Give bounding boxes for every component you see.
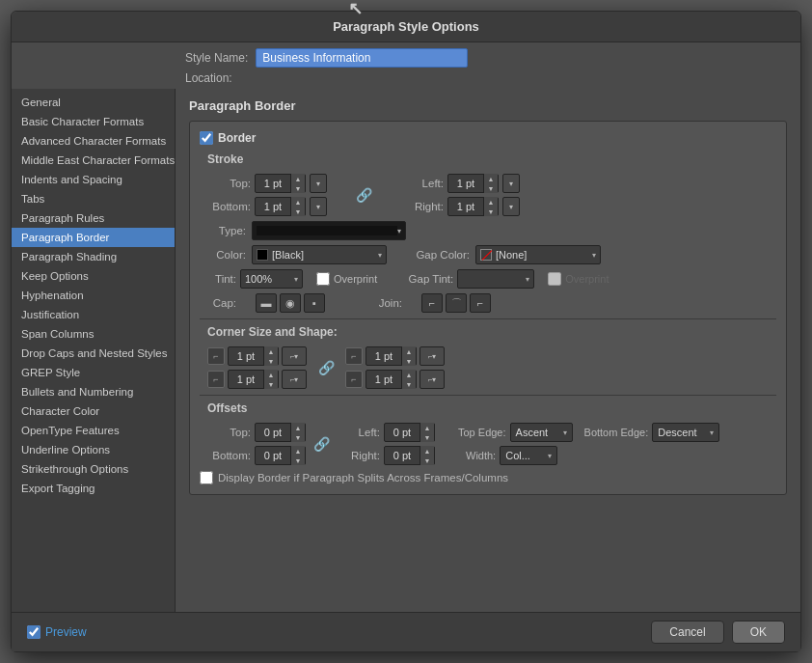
- offset-right-input[interactable]: [385, 450, 420, 461]
- sidebar-item-para-border[interactable]: Paragraph Border: [12, 228, 175, 247]
- bottom-edge-dropdown[interactable]: Descent ▾: [652, 423, 719, 442]
- border-checkbox[interactable]: [200, 131, 213, 145]
- bottom-value-input[interactable]: [256, 201, 290, 212]
- left-value-input[interactable]: [448, 178, 483, 189]
- offset-top-spinner[interactable]: ▲ ▼: [255, 423, 306, 442]
- corner-br-down[interactable]: ▼: [402, 379, 416, 389]
- corner-tl-up[interactable]: ▲: [264, 346, 278, 356]
- corner-bl-dd[interactable]: ⌐▾: [282, 370, 307, 389]
- left-down-btn[interactable]: ▼: [484, 183, 498, 193]
- tint-dropdown[interactable]: 100% ▾: [240, 269, 303, 289]
- gap-tint-dropdown[interactable]: ▾: [457, 269, 534, 289]
- offset-left-input[interactable]: [385, 427, 420, 438]
- join-bevel-btn[interactable]: ⌐: [470, 293, 491, 313]
- color-dropdown[interactable]: [Black] ▾: [252, 245, 387, 264]
- left-dd[interactable]: ▾: [502, 174, 520, 193]
- gap-color-dropdown[interactable]: [None] ▾: [475, 245, 601, 264]
- right-up-btn[interactable]: ▲: [484, 197, 498, 207]
- sidebar-item-para-rules[interactable]: Paragraph Rules: [12, 208, 175, 228]
- top-down-btn[interactable]: ▼: [291, 183, 305, 193]
- left-up-btn[interactable]: ▲: [484, 174, 498, 183]
- sidebar-item-drop-caps[interactable]: Drop Caps and Nested Styles: [12, 344, 175, 363]
- sidebar-item-para-shading[interactable]: Paragraph Shading: [12, 247, 175, 266]
- right-dd[interactable]: ▾: [502, 197, 520, 216]
- sidebar-item-char-color[interactable]: Character Color: [12, 401, 175, 421]
- offset-left-down[interactable]: ▼: [420, 432, 434, 442]
- offset-right-down[interactable]: ▼: [420, 456, 434, 465]
- preview-checkbox[interactable]: [27, 625, 41, 639]
- style-name-input[interactable]: [256, 48, 468, 68]
- offset-bottom-spinner[interactable]: ▲ ▼: [255, 446, 306, 465]
- right-spinner[interactable]: ▲ ▼: [447, 197, 499, 216]
- corner-tr-spinner[interactable]: ▲ ▼: [365, 346, 417, 366]
- corner-br-input[interactable]: [366, 373, 401, 385]
- ok-button[interactable]: OK: [732, 621, 785, 644]
- bottom-spinner[interactable]: ▲ ▼: [255, 197, 306, 216]
- sidebar-item-justification[interactable]: Justification: [12, 305, 175, 324]
- top-up-btn[interactable]: ▲: [291, 174, 305, 183]
- sidebar-item-middle-east[interactable]: Middle East Character Formats: [12, 151, 175, 170]
- join-miter-btn[interactable]: ⌐: [421, 293, 443, 313]
- corner-tl-input[interactable]: [229, 350, 263, 362]
- offset-bottom-input[interactable]: [256, 450, 290, 461]
- offset-top-up[interactable]: ▲: [291, 423, 305, 432]
- offset-bottom-up[interactable]: ▲: [291, 446, 305, 456]
- sidebar-item-general[interactable]: General: [12, 93, 175, 112]
- cap-square-btn[interactable]: ▪: [304, 293, 325, 313]
- corner-tr-down[interactable]: ▼: [402, 356, 416, 366]
- top-dd[interactable]: ▾: [310, 174, 327, 193]
- cap-round-btn[interactable]: ◉: [280, 293, 301, 313]
- top-edge-dropdown[interactable]: Ascent ▾: [510, 423, 573, 442]
- corner-tr-input[interactable]: [366, 350, 401, 362]
- cancel-button[interactable]: Cancel: [651, 621, 723, 644]
- offset-right-spinner[interactable]: ▲ ▼: [384, 446, 435, 465]
- sidebar-item-bullets[interactable]: Bullets and Numbering: [12, 382, 175, 401]
- sidebar-item-export-tag[interactable]: Export Tagging: [12, 479, 175, 498]
- offset-top-down[interactable]: ▼: [291, 432, 305, 442]
- type-dropdown[interactable]: ▾: [252, 221, 406, 240]
- overprint-checkbox[interactable]: [316, 272, 330, 286]
- offset-left-label: Left:: [337, 427, 380, 438]
- border-checkbox-label[interactable]: Border: [200, 131, 256, 145]
- left-spinner[interactable]: ▲ ▼: [447, 174, 499, 193]
- offset-bottom-down[interactable]: ▼: [291, 456, 305, 465]
- sidebar-item-span-columns[interactable]: Span Columns: [12, 324, 175, 344]
- offset-left-up[interactable]: ▲: [420, 423, 434, 432]
- display-border-checkbox[interactable]: [200, 471, 213, 484]
- sidebar-item-indents[interactable]: Indents and Spacing: [12, 170, 175, 189]
- corner-bl-input[interactable]: [229, 373, 263, 385]
- sidebar-item-strikethrough[interactable]: Strikethrough Options: [12, 459, 175, 479]
- sidebar-item-basic-char[interactable]: Basic Character Formats: [12, 112, 175, 131]
- corner-br-dd[interactable]: ⌐▾: [420, 370, 445, 389]
- corner-br-up[interactable]: ▲: [402, 370, 416, 379]
- corner-br-spinner[interactable]: ▲ ▼: [365, 370, 417, 389]
- corner-bl-down[interactable]: ▼: [264, 379, 278, 389]
- sidebar-item-underline[interactable]: Underline Options: [12, 440, 175, 459]
- corner-tr-dd[interactable]: ⌐▾: [420, 346, 445, 366]
- right-down-btn[interactable]: ▼: [484, 207, 498, 216]
- sidebar-item-tabs[interactable]: Tabs: [12, 189, 175, 208]
- top-value-input[interactable]: [256, 178, 290, 189]
- offset-top-input[interactable]: [256, 427, 290, 438]
- width-dropdown[interactable]: Col... ▾: [500, 446, 557, 465]
- bottom-down-btn[interactable]: ▼: [291, 207, 305, 216]
- corner-tl-dd[interactable]: ⌐▾: [282, 346, 307, 366]
- corner-tl-down[interactable]: ▼: [264, 356, 278, 366]
- sidebar-item-advanced-char[interactable]: Advanced Character Formats: [12, 131, 175, 151]
- corner-bl-spinner[interactable]: ▲ ▼: [228, 370, 279, 389]
- right-value-input[interactable]: [448, 201, 483, 212]
- sidebar-item-hyphenation[interactable]: Hyphenation: [12, 286, 175, 305]
- bottom-up-btn[interactable]: ▲: [291, 197, 305, 207]
- corner-tl-spinner[interactable]: ▲ ▼: [228, 346, 279, 366]
- sidebar-item-grep[interactable]: GREP Style: [12, 363, 175, 382]
- sidebar-item-opentype[interactable]: OpenType Features: [12, 421, 175, 440]
- cap-butt-btn[interactable]: ▬: [256, 293, 277, 313]
- sidebar-item-keep-options[interactable]: Keep Options: [12, 266, 175, 286]
- top-spinner[interactable]: ▲ ▼: [255, 174, 306, 193]
- corner-tr-up[interactable]: ▲: [402, 346, 416, 356]
- offset-left-spinner[interactable]: ▲ ▼: [384, 423, 435, 442]
- bottom-dd[interactable]: ▾: [310, 197, 327, 216]
- offset-right-up[interactable]: ▲: [420, 446, 434, 456]
- corner-bl-up[interactable]: ▲: [264, 370, 278, 379]
- join-round-btn[interactable]: ⌒: [446, 293, 467, 313]
